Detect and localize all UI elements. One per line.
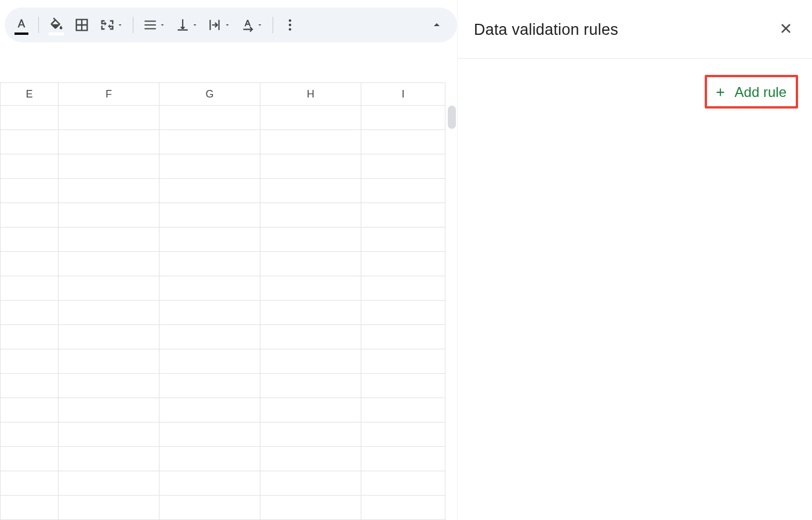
text-color-button[interactable] (10, 13, 32, 37)
cell[interactable] (260, 106, 361, 130)
cell[interactable] (159, 203, 260, 228)
cell[interactable] (260, 228, 361, 252)
cell[interactable] (361, 276, 445, 301)
cell[interactable] (58, 154, 159, 179)
cell[interactable] (58, 423, 159, 447)
cell[interactable] (58, 252, 159, 276)
vertical-scrollbar[interactable] (448, 106, 456, 129)
cell[interactable] (58, 398, 159, 423)
cell[interactable] (260, 374, 361, 398)
cell[interactable] (361, 179, 445, 203)
cell[interactable] (159, 154, 260, 179)
cell[interactable] (159, 106, 260, 130)
cell[interactable] (361, 349, 445, 374)
cell[interactable] (361, 301, 445, 325)
horizontal-align-button[interactable] (139, 13, 169, 37)
cell[interactable] (361, 325, 445, 349)
cell[interactable] (0, 471, 58, 496)
cell[interactable] (58, 349, 159, 374)
cell[interactable] (260, 398, 361, 423)
cell[interactable] (0, 349, 58, 374)
cell[interactable] (361, 374, 445, 398)
cell[interactable] (361, 130, 445, 154)
cell[interactable] (0, 154, 58, 179)
cell[interactable] (159, 301, 260, 325)
column-header-e[interactable]: E (0, 82, 58, 106)
borders-button[interactable] (70, 12, 93, 38)
cell[interactable] (159, 276, 260, 301)
cell[interactable] (0, 325, 58, 349)
cell[interactable] (260, 301, 361, 325)
cell[interactable] (361, 154, 445, 179)
fill-color-button[interactable] (45, 12, 68, 38)
cell[interactable] (0, 496, 58, 520)
cell[interactable] (159, 471, 260, 496)
text-rotation-button[interactable] (237, 13, 267, 37)
cell[interactable] (260, 276, 361, 301)
column-header-i[interactable]: I (361, 82, 445, 106)
cell[interactable] (0, 276, 58, 301)
column-header-f[interactable]: F (58, 82, 159, 106)
cell[interactable] (361, 398, 445, 423)
collapse-toolbar-button[interactable] (416, 8, 457, 42)
cell[interactable] (159, 228, 260, 252)
cell[interactable] (159, 130, 260, 154)
cell[interactable] (159, 398, 260, 423)
cell[interactable] (361, 471, 445, 496)
cell[interactable] (260, 154, 361, 179)
cell[interactable] (260, 130, 361, 154)
cell[interactable] (361, 252, 445, 276)
cell[interactable] (159, 252, 260, 276)
column-header-g[interactable]: G (159, 82, 260, 106)
cell[interactable] (58, 276, 159, 301)
cell[interactable] (361, 228, 445, 252)
cell[interactable] (159, 423, 260, 447)
cell[interactable] (58, 325, 159, 349)
cell[interactable] (0, 203, 58, 228)
cell[interactable] (260, 471, 361, 496)
cell[interactable] (361, 423, 445, 447)
cell[interactable] (58, 179, 159, 203)
column-header-h[interactable]: H (260, 82, 361, 106)
cell[interactable] (58, 301, 159, 325)
add-rule-button[interactable]: Add rule (709, 82, 793, 103)
cell[interactable] (0, 301, 58, 325)
cell[interactable] (0, 423, 58, 447)
cell[interactable] (58, 374, 159, 398)
vertical-align-button[interactable] (172, 13, 202, 37)
cell[interactable] (159, 325, 260, 349)
cell[interactable] (0, 106, 58, 130)
cell[interactable] (0, 447, 58, 471)
cell[interactable] (260, 203, 361, 228)
cell[interactable] (58, 228, 159, 252)
cell[interactable] (0, 179, 58, 203)
close-panel-button[interactable] (774, 16, 798, 43)
merge-cells-button[interactable] (96, 12, 127, 38)
cell[interactable] (0, 374, 58, 398)
cell[interactable] (361, 106, 445, 130)
cell[interactable] (159, 447, 260, 471)
cell[interactable] (260, 252, 361, 276)
cell[interactable] (58, 203, 159, 228)
cell[interactable] (0, 228, 58, 252)
cell[interactable] (159, 374, 260, 398)
cell[interactable] (0, 252, 58, 276)
cell[interactable] (260, 447, 361, 471)
cell[interactable] (0, 130, 58, 154)
more-toolbar-button[interactable] (279, 13, 301, 37)
cell[interactable] (0, 398, 58, 423)
cell[interactable] (159, 496, 260, 520)
cell[interactable] (361, 496, 445, 520)
cell[interactable] (260, 423, 361, 447)
text-wrap-button[interactable] (204, 13, 234, 37)
cell[interactable] (58, 130, 159, 154)
cell[interactable] (361, 203, 445, 228)
cell[interactable] (260, 496, 361, 520)
cell[interactable] (260, 349, 361, 374)
cell[interactable] (58, 496, 159, 520)
cell[interactable] (260, 325, 361, 349)
cell[interactable] (361, 447, 445, 471)
cell[interactable] (159, 179, 260, 203)
cell[interactable] (260, 179, 361, 203)
cell[interactable] (58, 447, 159, 471)
